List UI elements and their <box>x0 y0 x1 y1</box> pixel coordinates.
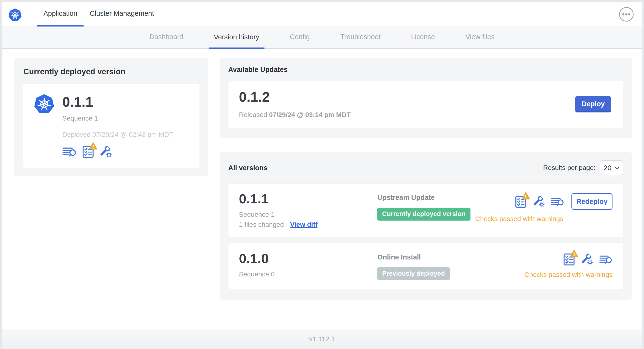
right-column: Available Updates 0.1.2 Released 07/29/2… <box>220 58 632 300</box>
previously-deployed-badge: Previously deployed <box>378 267 450 280</box>
deployed-icon-row <box>62 145 173 158</box>
chevron-down-icon <box>614 166 620 170</box>
all-versions-header: All versions Results per page: 20 <box>228 160 623 175</box>
deploy-button[interactable]: Deploy <box>575 96 611 112</box>
warning-triangle-icon <box>522 192 530 200</box>
nav-item-view-files[interactable]: View files <box>460 27 500 48</box>
release-notes-icon[interactable] <box>551 196 564 206</box>
available-updates-title: Available Updates <box>228 66 623 74</box>
row-actions: Redeploy <box>515 193 612 210</box>
row-files-changed: 1 files changed View diff <box>239 221 378 228</box>
version-row-left: 0.1.1 Sequence 1 1 files changed View di… <box>239 192 378 228</box>
all-versions-panel: All versions Results per page: 20 <box>220 152 632 300</box>
view-diff-link[interactable]: View diff <box>290 221 318 228</box>
update-version-number: 0.1.2 <box>239 90 351 104</box>
version-row-right: Redeploy Checks passed with warnings <box>475 192 612 223</box>
row-source-label: Online Install <box>378 253 524 261</box>
tab-cluster-management[interactable]: Cluster Management <box>84 2 160 26</box>
results-per-page-select[interactable]: 20 <box>600 160 623 175</box>
available-updates-panel: Available Updates 0.1.2 Released 07/29/2… <box>220 58 632 138</box>
currently-deployed-badge: Currently deployed version <box>378 208 470 220</box>
nav-item-dashboard[interactable]: Dashboard <box>144 27 188 48</box>
currently-deployed-panel: Currently deployed version 0.1.1 Sequenc… <box>14 58 208 176</box>
files-changed-label: 1 files changed <box>239 221 284 228</box>
available-update-card: 0.1.2 Released 07/29/24 @ 03:14 pm MDT D… <box>228 81 623 128</box>
app-subnav: Dashboard Version history Config Trouble… <box>2 27 642 49</box>
version-row-middle: Online Install Previously deployed <box>378 252 524 280</box>
row-version-number: 0.1.0 <box>239 252 378 265</box>
redeploy-button[interactable]: Redeploy <box>572 193 612 210</box>
left-column: Currently deployed version 0.1.1 Sequenc… <box>14 58 208 176</box>
edit-config-icon[interactable] <box>100 146 112 158</box>
version-row-0-1-0: 0.1.0 Sequence 0 Online Install Previous… <box>228 243 623 289</box>
app-footer: v1.112.1 <box>2 329 642 349</box>
results-per-page: Results per page: 20 <box>543 160 623 175</box>
update-info: 0.1.2 Released 07/29/24 @ 03:14 pm MDT <box>239 90 351 119</box>
deployed-timestamp: Deployed 07/29/24 @ 02:43 pm MDT <box>62 131 173 138</box>
top-header: Application Cluster Management <box>2 2 642 27</box>
edit-config-icon[interactable] <box>533 196 545 208</box>
version-row-left: 0.1.0 Sequence 0 <box>239 252 378 278</box>
released-date: 07/29/24 @ 03:14 pm MDT <box>269 111 351 118</box>
app-tabs: Application Cluster Management <box>37 2 160 26</box>
overflow-menu-button[interactable] <box>619 7 634 22</box>
release-notes-icon[interactable] <box>62 146 76 157</box>
app-window: Application Cluster Management Dashboard… <box>2 2 642 349</box>
edit-config-icon[interactable] <box>581 253 593 265</box>
all-versions-title: All versions <box>228 164 267 172</box>
nav-item-version-history[interactable]: Version history <box>208 27 264 49</box>
results-per-page-value: 20 <box>604 164 611 172</box>
preflight-checks-warning-icon[interactable] <box>515 195 526 208</box>
warning-triangle-icon <box>89 142 97 150</box>
preflight-checks-warning-icon[interactable] <box>563 253 575 266</box>
release-notes-icon[interactable] <box>599 254 612 264</box>
version-row-middle: Upstream Update Currently deployed versi… <box>378 192 475 220</box>
row-sequence: Sequence 1 <box>239 211 378 218</box>
row-source-label: Upstream Update <box>378 194 475 202</box>
deployed-version-number: 0.1.1 <box>62 92 173 109</box>
row-version-number: 0.1.1 <box>239 192 378 206</box>
warning-triangle-icon <box>570 250 578 257</box>
version-row-right: Checks passed with warnings <box>524 252 612 278</box>
deployed-sequence: Sequence 1 <box>62 114 173 122</box>
ellipsis-icon <box>619 7 634 22</box>
released-label: Released <box>239 111 267 118</box>
app-kubernetes-icon <box>34 92 55 114</box>
results-per-page-label: Results per page: <box>543 164 596 172</box>
admin-console-version: v1.112.1 <box>309 335 335 343</box>
row-sequence: Sequence 0 <box>239 270 378 278</box>
nav-item-license[interactable]: License <box>406 27 440 48</box>
kubernetes-logo-icon <box>8 8 22 22</box>
deployed-version-info: 0.1.1 Sequence 1 Deployed 07/29/24 @ 02:… <box>62 92 173 158</box>
version-row-0-1-1: 0.1.1 Sequence 1 1 files changed View di… <box>228 183 623 237</box>
update-released-line: Released 07/29/24 @ 03:14 pm MDT <box>239 111 351 119</box>
preflight-checks-warning-icon[interactable] <box>82 145 94 158</box>
main-content: Currently deployed version 0.1.1 Sequenc… <box>2 49 642 329</box>
row-actions <box>563 253 612 266</box>
checks-status-text: Checks passed with warnings <box>524 271 612 278</box>
deployed-version-card: 0.1.1 Sequence 1 Deployed 07/29/24 @ 02:… <box>23 83 200 168</box>
nav-item-troubleshoot[interactable]: Troubleshoot <box>335 27 386 48</box>
nav-item-config[interactable]: Config <box>284 27 315 48</box>
checks-status-text: Checks passed with warnings <box>475 215 563 223</box>
currently-deployed-title: Currently deployed version <box>24 67 200 76</box>
tab-application[interactable]: Application <box>37 2 84 26</box>
